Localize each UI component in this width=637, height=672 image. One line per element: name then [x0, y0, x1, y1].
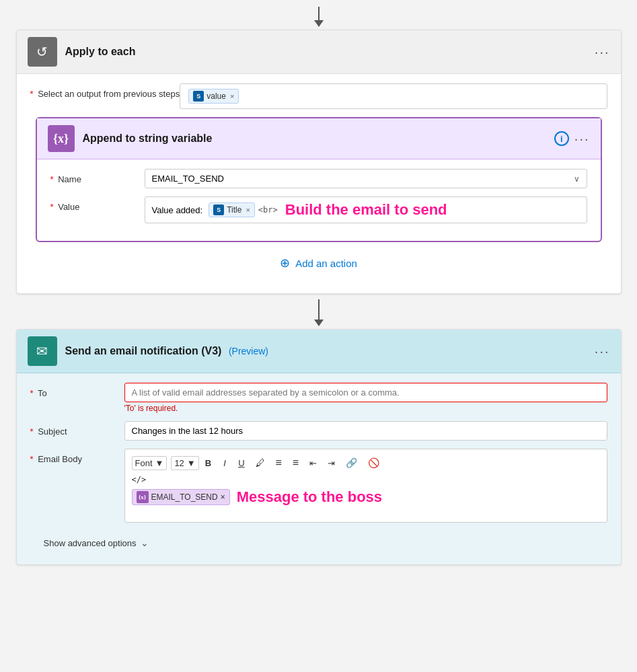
size-label: 12	[174, 458, 184, 468]
middle-connector	[314, 299, 324, 326]
add-action-icon: ⊕	[280, 256, 290, 270]
html-tag: <br>	[258, 205, 278, 215]
show-advanced-options[interactable]: Show advanced options ⌄	[30, 531, 607, 555]
email-body-editor[interactable]: Font ▼ 12 ▼ B I U 🖊 ≡ ≡ ⇤ ⇥ 🔗	[124, 449, 607, 523]
email-to-send-pill: {x} EMAIL_TO_SEND ×	[132, 489, 230, 505]
email-preview-badge: (Preview)	[229, 346, 268, 357]
apply-to-each-icon: ↺	[28, 37, 57, 67]
to-error-text: 'To' is required.	[124, 404, 607, 413]
show-advanced-label: Show advanced options	[44, 538, 137, 548]
code-tag: </>	[132, 475, 600, 484]
value-prefix: Value added:	[152, 205, 203, 215]
apply-to-each-card: ↺ Apply to each ··· * Select an output f…	[16, 30, 622, 294]
append-name-label: * Name	[50, 169, 145, 184]
append-string-header: {x} Append to string variable i ···	[37, 118, 601, 159]
var-pill-icon: {x}	[137, 491, 149, 503]
font-select[interactable]: Font ▼	[132, 456, 167, 470]
append-name-value: EMAIL_TO_SEND	[152, 174, 224, 184]
select-output-row: * Select an output from previous steps S…	[30, 83, 607, 109]
middle-arrow-head	[314, 320, 324, 326]
apply-to-each-actions: ···	[595, 44, 610, 60]
apply-to-each-dots[interactable]: ···	[595, 44, 610, 60]
email-card-body: * To 'To' is required. * Subject * Email…	[17, 373, 621, 564]
title-tag-text: Title	[227, 205, 241, 215]
var-pill-label: EMAIL_TO_SEND	[151, 492, 218, 502]
email-dots[interactable]: ···	[595, 344, 610, 359]
email-body-content: {x} EMAIL_TO_SEND × Message to the boss	[132, 488, 600, 506]
append-value-field[interactable]: Value added: S Title × <br> Build the em…	[145, 196, 587, 223]
append-name-select[interactable]: EMAIL_TO_SEND ∨	[145, 169, 587, 188]
add-action-label: Add an action	[295, 258, 357, 269]
add-action-inner: ⊕ Add an action	[280, 256, 357, 270]
bold-button[interactable]: B	[200, 456, 216, 470]
add-action-button[interactable]: ⊕ Add an action	[30, 242, 607, 284]
var-pill-close[interactable]: ×	[221, 492, 225, 502]
append-string-title: Append to string variable	[83, 133, 554, 145]
message-boss-annotation: Message to the boss	[237, 488, 382, 506]
to-field-wrapper: 'To' is required.	[124, 383, 607, 413]
unlink-button[interactable]: 🚫	[363, 455, 384, 470]
email-card-header: ✉ Send an email notification (V3) (Previ…	[17, 330, 621, 373]
top-arrow-line	[318, 7, 320, 20]
append-string-dots[interactable]: ···	[574, 131, 590, 147]
title-tag-close[interactable]: ×	[246, 206, 250, 214]
select-output-field[interactable]: S value ×	[180, 83, 607, 109]
value-tag: S value ×	[188, 89, 239, 104]
middle-arrow-line	[318, 299, 320, 320]
email-card-actions: ···	[595, 344, 610, 359]
email-icon: ✉	[28, 336, 57, 366]
sp-icon: S	[193, 91, 204, 102]
append-string-body: * Name EMAIL_TO_SEND ∨ * Value Valu	[37, 159, 601, 241]
bullet-list-button[interactable]: ≡	[271, 455, 287, 471]
underline-button[interactable]: U	[233, 456, 249, 470]
append-value-row: * Value Value added: S Title × <br> Buil…	[50, 196, 587, 223]
subject-input[interactable]	[124, 421, 607, 441]
top-connector	[314, 7, 324, 27]
number-list-button[interactable]: ≡	[288, 455, 303, 471]
to-input[interactable]	[124, 383, 607, 402]
select-output-star: *	[30, 89, 34, 99]
email-toolbar: Font ▼ 12 ▼ B I U 🖊 ≡ ≡ ⇤ ⇥ 🔗	[132, 455, 600, 471]
subject-row: * Subject	[30, 421, 607, 441]
apply-to-each-title: Apply to each	[65, 46, 595, 58]
email-body-label: * Email Body	[30, 449, 124, 464]
append-string-actions: i ···	[554, 131, 590, 147]
email-body-row: * Email Body Font ▼ 12 ▼ B I U	[30, 449, 607, 523]
select-output-label: * Select an output from previous steps	[30, 83, 180, 99]
italic-button[interactable]: I	[217, 456, 232, 470]
subject-label: * Subject	[30, 421, 124, 437]
email-notification-card: ✉ Send an email notification (V3) (Previ…	[16, 329, 622, 565]
append-value-label: * Value	[50, 196, 145, 212]
indent-button[interactable]: ⇥	[323, 456, 340, 470]
show-advanced-chevron: ⌄	[141, 537, 149, 548]
link-button[interactable]: 🔗	[341, 455, 362, 470]
outdent-button[interactable]: ⇤	[305, 456, 322, 470]
append-string-info[interactable]: i	[554, 131, 569, 146]
apply-to-each-header: ↺ Apply to each ···	[17, 30, 621, 74]
highlight-button[interactable]: 🖊	[251, 455, 270, 470]
email-card-title: Send an email notification (V3) (Preview…	[65, 345, 595, 357]
size-select[interactable]: 12 ▼	[171, 456, 198, 470]
value-tag-close[interactable]: ×	[230, 92, 234, 100]
top-arrow-head	[314, 20, 324, 27]
size-dropdown-arrow: ▼	[187, 458, 196, 468]
apply-to-each-body: * Select an output from previous steps S…	[17, 74, 621, 293]
title-tag: S Title ×	[209, 202, 255, 217]
to-row: * To 'To' is required.	[30, 383, 607, 413]
value-tag-text: value	[207, 91, 226, 101]
font-label: Font	[135, 458, 153, 468]
build-email-annotation: Build the email to send	[285, 201, 447, 219]
append-name-row: * Name EMAIL_TO_SEND ∨	[50, 169, 587, 188]
append-string-icon: {x}	[48, 125, 75, 152]
title-sp-icon: S	[213, 204, 224, 215]
font-dropdown-arrow: ▼	[155, 458, 164, 468]
to-label: * To	[30, 383, 124, 398]
append-name-arrow: ∨	[574, 174, 580, 184]
append-string-card: {x} Append to string variable i ··· * Na…	[36, 117, 602, 242]
